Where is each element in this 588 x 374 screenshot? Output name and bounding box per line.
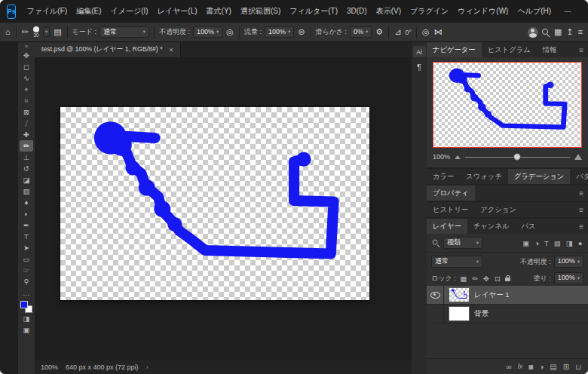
toolbar-collapse-icon[interactable]: »	[25, 43, 28, 50]
menu-image[interactable]: イメージ(I)	[106, 0, 152, 23]
tool-zoom[interactable]: ⚲	[20, 276, 33, 287]
zoom-slider-thumb[interactable]	[514, 154, 520, 160]
filter-smart-objects-icon[interactable]: ◨	[565, 239, 574, 247]
layers-panel-menu-icon[interactable]: ≡	[574, 219, 588, 234]
menu-layer[interactable]: レイヤー(L)	[153, 0, 202, 23]
smoothing-options-gear-icon[interactable]: ⚙	[375, 28, 384, 36]
background-name[interactable]: 背景	[474, 309, 488, 319]
menu-type[interactable]: 書式(Y)	[202, 0, 236, 23]
home-icon[interactable]: ⌂	[5, 28, 11, 36]
tool-brush[interactable]: ✏	[20, 140, 33, 152]
menu-window[interactable]: ウィンドウ(W)	[453, 0, 513, 23]
layer1-name[interactable]: レイヤー 1	[474, 290, 510, 300]
tool-pen[interactable]: ✒	[20, 219, 33, 231]
document-tab[interactable]: test.psd @ 100% (レイヤー 1, RGB/8#) * ✕	[35, 42, 181, 57]
properties-panel-menu-icon[interactable]: ≡	[574, 185, 588, 201]
zoom-in-icon[interactable]	[574, 154, 582, 160]
filter-adjustment-layers-icon[interactable]: ◑	[534, 239, 541, 247]
tab-histogram[interactable]: ヒストグラム	[482, 42, 537, 57]
tool-path-selection[interactable]: ➤	[20, 242, 33, 253]
brush-size-caret[interactable]: ▾	[43, 27, 50, 36]
add-mask-icon[interactable]: ◙	[528, 363, 533, 371]
tab-swatches[interactable]: スウォッチ	[460, 169, 508, 184]
blend-mode-select[interactable]: 通常▾	[100, 26, 149, 38]
status-zoom-value[interactable]: 100%	[41, 363, 58, 371]
menu-help[interactable]: ヘルプ(H)	[513, 0, 556, 23]
lock-all-icon[interactable]	[505, 277, 510, 281]
tool-clone-stamp[interactable]: ⊥	[20, 152, 33, 163]
new-layer-icon[interactable]: ⊞	[563, 363, 569, 371]
menu-view[interactable]: 表示(V)	[372, 0, 406, 23]
tool-shape[interactable]: ▭	[20, 253, 33, 265]
quick-mask-button[interactable]: ◨	[20, 313, 33, 324]
tool-gradient[interactable]: ▨	[20, 185, 33, 197]
navigator-panel-menu-icon[interactable]: ≡	[574, 42, 588, 57]
filter-group-layers-icon[interactable]: ▤	[553, 239, 562, 247]
menu-edit[interactable]: 編集(E)	[72, 0, 106, 23]
layer-style-fx-icon[interactable]: fx	[518, 363, 523, 370]
tool-frame[interactable]: ⊠	[20, 106, 33, 118]
tab-actions[interactable]: アクション	[474, 202, 522, 217]
menu-plugins[interactable]: プラグイン	[406, 0, 453, 23]
brush-size-picker[interactable]: 30	[33, 26, 39, 38]
tab-color[interactable]: カラー	[427, 169, 460, 184]
menu-3d[interactable]: 3D(D)	[342, 0, 372, 23]
adjustment-layer-icon[interactable]: ◑	[539, 363, 544, 371]
airbrush-icon[interactable]: ⊚	[297, 28, 305, 36]
foreground-color-swatch[interactable]	[20, 301, 28, 308]
ai-panel-icon[interactable]: Ai	[413, 46, 426, 57]
minimize-button[interactable]: —	[556, 0, 580, 23]
tool-type[interactable]: T	[20, 231, 33, 242]
tool-crop[interactable]: ⌗	[20, 95, 33, 106]
background-thumbnail[interactable]	[449, 307, 469, 320]
status-menu-arrow-icon[interactable]: ›	[146, 363, 149, 371]
tool-eyedropper[interactable]: ⧸	[20, 118, 33, 129]
document-close-icon[interactable]: ✕	[169, 47, 174, 54]
layer-opacity-select[interactable]: 100%▾	[554, 256, 583, 268]
navigator-zoom-slider[interactable]	[465, 153, 570, 161]
delete-layer-icon[interactable]: ⊔	[575, 363, 581, 371]
tab-patterns[interactable]: パターン	[570, 169, 588, 184]
screen-mode-button[interactable]: ▣	[20, 324, 33, 336]
options-menu-icon[interactable]: ≡	[577, 28, 583, 36]
navigator-zoom-value[interactable]: 100%	[433, 153, 450, 161]
flow-select[interactable]: 100%▾	[265, 26, 294, 38]
opacity-pressure-icon[interactable]: ◎	[225, 28, 234, 36]
brush-angle-value[interactable]: 0°	[405, 29, 412, 36]
paragraph-panel-icon[interactable]: ¶	[417, 63, 421, 72]
maximize-button[interactable]: ▢	[580, 0, 588, 23]
layer-fill-select[interactable]: 100%▾	[554, 272, 583, 284]
background-visibility-toggle[interactable]	[427, 305, 444, 323]
tab-paths[interactable]: パス	[515, 219, 541, 234]
filter-pixel-layers-icon[interactable]: ▣	[522, 239, 531, 247]
canvas[interactable]	[60, 107, 369, 300]
menu-file[interactable]: ファイル(F)	[22, 0, 72, 23]
brush-tool-preset-icon[interactable]: ✏	[21, 28, 29, 36]
size-pressure-icon[interactable]: ◎	[421, 28, 430, 36]
account-avatar[interactable]	[528, 27, 538, 38]
menu-select[interactable]: 選択範囲(S)	[236, 0, 285, 23]
tab-properties[interactable]: プロパティ	[427, 185, 475, 201]
share-icon[interactable]: ↥	[565, 28, 574, 36]
layer-filter-type-select[interactable]: 種類▾	[443, 237, 482, 249]
tab-layers[interactable]: レイヤー	[427, 219, 467, 234]
tab-navigator[interactable]: ナビゲーター	[427, 42, 482, 57]
brush-settings-panel-icon[interactable]: ▤	[53, 28, 62, 36]
lock-pixels-icon[interactable]: ✏	[471, 274, 479, 283]
tool-rectangular-marquee[interactable]: ◻	[20, 61, 33, 72]
lock-artboard-icon[interactable]: ⊡	[494, 274, 502, 283]
tool-hand[interactable]: ☞	[20, 265, 33, 276]
new-group-icon[interactable]: ▤	[550, 363, 556, 371]
layer-row-background[interactable]: 背景	[427, 305, 588, 323]
tab-channels[interactable]: チャンネル	[467, 219, 516, 234]
tool-dodge[interactable]: ◐	[20, 208, 33, 219]
navigator-preview[interactable]	[433, 62, 582, 148]
tool-history-brush[interactable]: ↺	[20, 163, 33, 174]
layer1-thumbnail[interactable]	[449, 288, 469, 302]
symmetry-icon[interactable]: ⋈	[433, 28, 443, 36]
tab-info[interactable]: 情報	[537, 42, 563, 57]
tool-healing-brush[interactable]: ✚	[20, 129, 33, 140]
tool-lasso[interactable]: ∿	[20, 72, 33, 84]
opacity-select[interactable]: 100%▾	[193, 26, 222, 38]
layer-row-layer1[interactable]: レイヤー 1	[427, 286, 588, 305]
